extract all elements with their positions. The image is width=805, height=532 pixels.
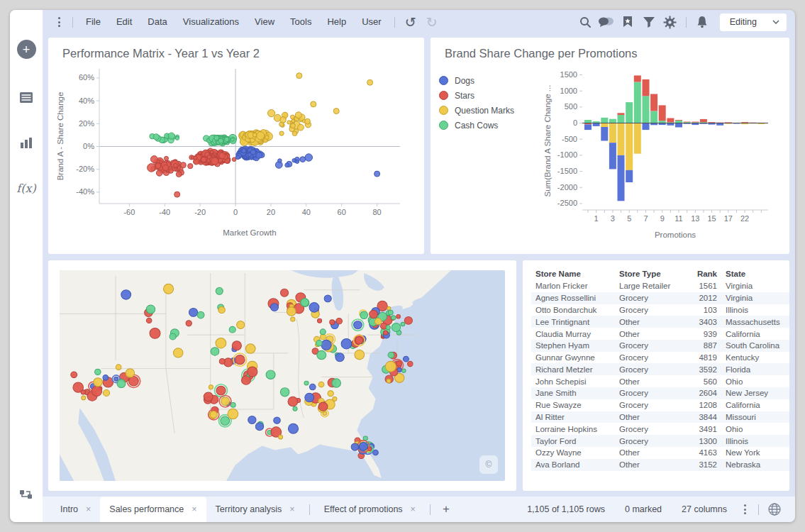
visualization-types-button[interactable] [19,136,33,149]
scatter-point[interactable] [175,136,179,140]
undo-button[interactable]: ↺ [400,12,421,32]
map-bubble[interactable] [385,361,396,372]
map-bubble[interactable] [266,370,275,379]
bar-segment[interactable] [659,105,666,121]
scatter-point[interactable] [300,157,306,162]
search-button[interactable] [574,12,596,32]
map-bubble[interactable] [197,311,204,318]
scatter-point[interactable] [367,79,373,85]
scatter-point[interactable] [194,156,197,160]
map-bubble[interactable] [211,348,219,355]
scatter-point[interactable] [165,156,169,160]
map-bubble[interactable] [373,450,379,455]
scatter-point[interactable] [156,170,162,177]
table-row[interactable]: Rue SwayzeGrocery1208California [531,399,789,411]
bar-segment[interactable] [626,170,633,182]
bar-segment[interactable] [584,120,592,123]
map-bubble[interactable] [235,355,245,364]
menu-help[interactable]: Help [319,10,354,34]
map-bubble[interactable] [288,423,298,433]
map-bubble[interactable] [287,307,296,316]
data-in-analysis-button[interactable] [19,92,33,104]
menu-file[interactable]: File [78,10,109,34]
scatter-point[interactable] [248,153,251,157]
map-bubble[interactable] [274,417,281,423]
bar-segment[interactable] [601,123,608,127]
map-bubble[interactable] [170,333,176,340]
map-bubble[interactable] [114,377,118,381]
map-bubble[interactable] [351,443,359,450]
scatter-point[interactable] [268,110,275,117]
bar-segment[interactable] [643,79,650,96]
scatter-point[interactable] [153,134,159,140]
table-row[interactable]: Otto BondarchukGrocery103Illinois [531,304,789,316]
add-page-button[interactable]: + [443,502,450,516]
editing-mode-dropdown[interactable]: Editing [720,13,787,31]
scatter-point[interactable] [285,163,289,167]
map-bubble[interactable] [117,379,126,388]
tab-sales-performance[interactable]: Sales performance× [100,497,206,522]
table-row[interactable]: Richard MetzlerGrocery3592Florida [531,363,789,375]
map-bubble[interactable] [216,386,226,395]
map-bubble[interactable] [228,409,238,419]
map-bubble[interactable] [396,361,402,367]
scatter-point[interactable] [256,153,262,159]
map-bubble[interactable] [370,310,378,318]
map-bubble[interactable] [330,320,335,325]
table-row[interactable]: Al RitterOther3844Missouri [531,411,789,423]
legend-item[interactable]: Stars [439,88,543,103]
map-bubble[interactable] [392,323,400,331]
close-icon[interactable]: × [191,504,196,514]
scatter-point[interactable] [311,101,316,107]
map-bubble[interactable] [248,367,257,377]
scatter-point[interactable] [168,133,174,139]
map-bubble[interactable] [332,379,341,387]
map-bubble[interactable] [94,378,103,387]
scatter-point[interactable] [218,138,223,143]
map-bubble[interactable] [146,318,151,323]
map-bubble[interactable] [221,416,230,425]
map-bubble[interactable] [355,337,363,345]
scatter-point[interactable] [292,119,295,123]
map-bubble[interactable] [318,382,324,387]
map-bubble[interactable] [318,318,322,323]
scatter-plot[interactable]: 60%40%20%0%-20%-40%-60-40-20020406080Mar… [54,65,410,245]
map-bubble[interactable] [91,386,102,396]
map-bubble[interactable] [387,306,391,310]
map-bubble[interactable] [216,287,223,294]
filter-button[interactable] [638,12,660,32]
map-bubble[interactable] [335,353,344,362]
scatter-point[interactable] [296,73,302,79]
scatter-point[interactable] [280,117,286,123]
bar-segment[interactable] [618,123,625,155]
bar-segment[interactable] [593,123,600,126]
bar-segment[interactable] [700,119,707,122]
bar-segment[interactable] [618,155,625,201]
map-bubble[interactable] [71,372,77,378]
tab-territory-analysis[interactable]: Territory analysis× [206,497,304,522]
map-bubble[interactable] [309,303,319,313]
scatter-point[interactable] [265,135,269,139]
bar-panel[interactable]: Brand Share Change per Promotions DogsSt… [431,38,789,254]
map-bubble[interactable] [404,316,412,324]
map-bubble[interactable] [248,416,256,423]
map-bubble[interactable] [305,393,314,401]
bar-segment[interactable] [609,123,616,143]
map-bubble[interactable] [255,423,263,431]
scatter-point[interactable] [305,154,312,161]
scatter-point[interactable] [287,121,291,124]
table-row[interactable]: Taylor FordGrocery1300Illinois [531,435,789,447]
table-row[interactable]: Jane SmithGrocery2604New Jersey [531,387,789,399]
table-row[interactable]: Agnes RosselliniGrocery2012Virginia [531,292,789,304]
scatter-point[interactable] [211,157,218,165]
map-bubble[interactable] [173,348,183,358]
map-bubble[interactable] [280,388,289,397]
legend-item[interactable]: Cash Cows [439,118,543,133]
more-menu-button[interactable] [51,17,67,27]
table-options-button[interactable] [737,504,753,514]
map-bubble[interactable] [279,435,283,439]
table-row[interactable]: John SchepisiOther560Ohio [531,375,789,387]
map-bubble[interactable] [241,376,250,385]
scatter-point[interactable] [305,118,311,124]
map-bubble[interactable] [232,341,241,350]
